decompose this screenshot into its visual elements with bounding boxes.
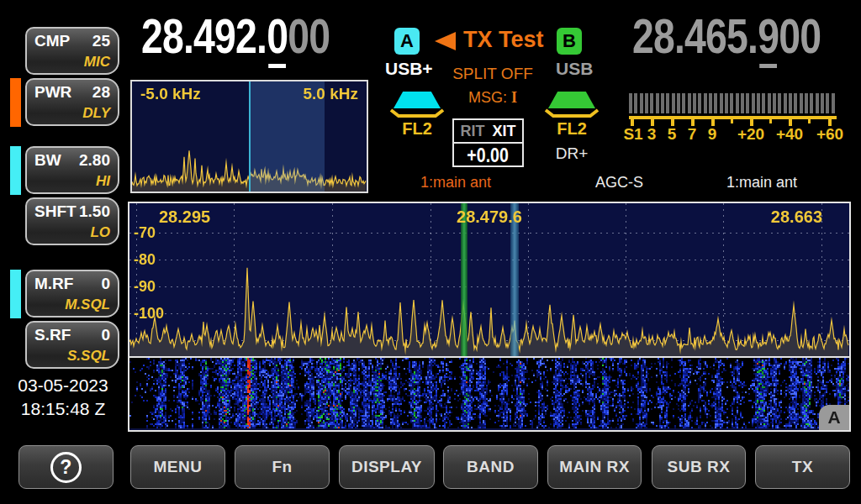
sub-rf-control[interactable]: S.RF0 S.SQL — [25, 321, 119, 369]
mrf-value: 0 — [101, 276, 110, 292]
vfo-a-mode[interactable]: USB+ — [385, 59, 433, 79]
shft-control[interactable]: SHFT1.50 LO — [25, 197, 119, 245]
db-tick-label: -90 — [134, 278, 156, 296]
help-icon: ? — [50, 452, 82, 483]
db-tick-label: -70 — [134, 224, 156, 242]
spectrum-end-freq: 28.663 — [771, 207, 822, 227]
pwr-label: PWR — [34, 84, 71, 101]
waterfall-canvas[interactable] — [129, 358, 849, 428]
s-meter-segment — [661, 93, 664, 113]
main-display[interactable]: 28.295 28.479.6 28.663 -70 -80 -90 -100 … — [128, 202, 851, 432]
rit-xit-offset: +0.00 — [467, 144, 509, 167]
pwr-value: 28 — [92, 84, 110, 101]
s-meter-segment — [682, 93, 685, 113]
s-meter-segment — [720, 93, 723, 113]
srf-value: 0 — [101, 327, 110, 344]
vfo-b-passband-icon — [548, 92, 595, 108]
cmp-value: 25 — [92, 33, 110, 50]
s-meter-segment — [810, 93, 813, 113]
s-meter-segment — [805, 93, 808, 113]
band-button[interactable]: BAND — [443, 445, 538, 489]
s-meter-label: 9 — [708, 125, 717, 144]
s-meter-segment — [784, 93, 787, 113]
mrf-label: M.RF — [34, 276, 73, 292]
bw-sub-label: HI — [34, 174, 110, 189]
s-meter-segment — [741, 93, 744, 113]
s-meter-segment — [672, 93, 675, 113]
pwr-sub-label: DLY — [34, 106, 110, 121]
spectrum-start-freq: 28.295 — [159, 207, 210, 227]
help-button[interactable]: ? — [18, 445, 114, 489]
mini-scope-left-label: -5.0 kHz — [140, 85, 201, 103]
time-display: 18:15:48 Z — [0, 399, 126, 419]
vfo-a-antenna-label[interactable]: 1:main ant — [420, 174, 491, 192]
db-tick-label: -100 — [134, 305, 164, 323]
shft-sub-label: LO — [34, 225, 110, 240]
vfo-a-filter-indicator[interactable]: FL2 — [385, 92, 449, 139]
vfo-a-digits: 28.492. — [141, 8, 267, 63]
vfo-a-frequency[interactable]: 28.492.000 — [141, 13, 377, 59]
waterfall-vfo-badge[interactable]: A — [819, 405, 849, 430]
cmp-label: CMP — [34, 33, 70, 50]
vfo-b-badge[interactable]: B — [557, 28, 582, 55]
main-rx-button[interactable]: MAIN RX — [547, 445, 642, 489]
s-meter-segment — [640, 93, 643, 113]
vfo-b-antenna-label[interactable]: 1:main ant — [726, 174, 797, 192]
split-status: SPLIT OFF — [437, 65, 548, 83]
s-meter-segment — [709, 93, 712, 113]
srf-label: S.RF — [34, 327, 71, 344]
s-meter-segment — [821, 93, 824, 113]
tx-button[interactable]: TX — [755, 445, 850, 489]
main-rf-control[interactable]: M.RF0 M.SQL — [25, 270, 119, 318]
s-meter-segment — [773, 93, 776, 113]
s-meter-label: +20 — [737, 125, 764, 144]
sub-rx-button[interactable]: SUB RX — [652, 445, 746, 489]
vfo-b-filter-indicator[interactable]: FL2 — [540, 92, 604, 139]
s-meter-segment — [832, 93, 835, 113]
s-meter-segment — [704, 93, 707, 113]
bw-value: 2.80 — [79, 152, 110, 169]
cmp-control[interactable]: CMP25 MIC — [25, 27, 119, 75]
db-tick-label: -80 — [134, 251, 156, 269]
s-meter-segment — [736, 93, 739, 113]
menu-button[interactable]: MENU — [130, 445, 225, 489]
date-display: 03-05-2023 — [0, 375, 126, 396]
message-label: MSG: — [468, 89, 507, 106]
s-meter-segment — [826, 93, 829, 113]
vfo-b-tuning-digit: 9 — [758, 8, 779, 63]
radio-touchscreen: CMP25 MIC PWR28 DLY BW2.80 HI SHFT1.50 L… — [0, 0, 861, 504]
s-meter-label: 7 — [688, 125, 697, 144]
vfo-b-filter-bracket-icon — [544, 108, 600, 118]
display-button[interactable]: DISPLAY — [339, 445, 435, 489]
mini-scope-right-label: 5.0 kHz — [304, 85, 358, 103]
srf-sub-label: S.SQL — [34, 349, 110, 364]
mrf-sub-label: M.SQL — [34, 297, 110, 312]
s-meter-segment — [645, 93, 648, 113]
s-meter-tick — [731, 118, 733, 123]
s-meter-segment — [752, 93, 755, 113]
mini-scope[interactable]: -5.0 kHz 5.0 kHz — [130, 80, 368, 193]
rit-xit-control[interactable]: RITXIT +0.00 — [452, 118, 524, 167]
vfo-b-post-digits: 00 — [779, 8, 821, 63]
s-meter-label: +60 — [816, 125, 843, 144]
bw-control[interactable]: BW2.80 HI — [25, 146, 119, 194]
mrf-accent-bar — [10, 270, 21, 318]
pwr-control[interactable]: PWR28 DLY — [25, 78, 119, 126]
agc-indicator[interactable]: AGC-S — [595, 174, 643, 192]
vfo-a-badge[interactable]: A — [394, 28, 420, 55]
vfo-b-mode[interactable]: USB — [556, 59, 593, 79]
bw-label: BW — [34, 152, 61, 169]
tx-test-status: TX Test — [463, 27, 544, 53]
s-meter-segment — [698, 93, 701, 113]
vfo-b-frequency[interactable]: 28.465.900 — [632, 13, 861, 59]
shft-label: SHFT — [34, 203, 77, 220]
fn-button[interactable]: Fn — [235, 445, 330, 489]
s-meter-segment — [816, 93, 819, 113]
data-mode-indicator[interactable]: DR+ — [540, 144, 604, 163]
vfo-a-dim-digits: 00 — [288, 8, 330, 63]
s-meter-segment — [757, 93, 760, 113]
s-meter-segment — [688, 93, 691, 113]
bw-accent-bar — [10, 146, 21, 195]
s-meter-tick — [808, 118, 811, 123]
s-meter-segment — [656, 93, 659, 113]
